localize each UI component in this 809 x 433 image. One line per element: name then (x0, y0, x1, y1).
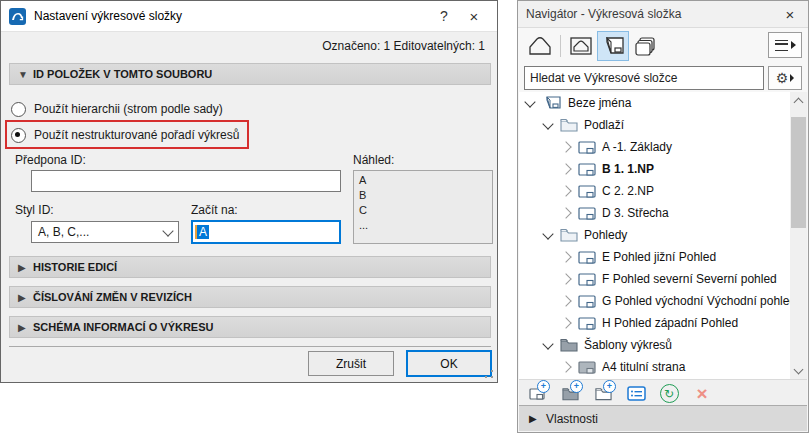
tree-item-layout-current[interactable]: B 1. 1.NP (519, 158, 807, 180)
id-style-dropdown[interactable]: A, B, C,... (31, 221, 179, 243)
tree-item-label: F Pohled severní Severní pohled (602, 272, 777, 286)
scroll-down-button[interactable] (790, 362, 807, 379)
add-layout-button[interactable]: + (525, 383, 549, 405)
tree-item-master-folder[interactable]: Šablony výkresů (519, 334, 807, 356)
properties-section-header[interactable]: ▶ Vlastnosti (519, 405, 807, 431)
tree-item-book[interactable]: Beze jména (519, 92, 807, 114)
publisher-icon (634, 37, 656, 56)
prefix-id-input[interactable] (31, 170, 341, 192)
tree-item-layout[interactable]: C 2. 2.NP (519, 180, 807, 202)
dialog-titlebar[interactable]: Nastavení výkresové složky ? × (1, 1, 497, 32)
navigator-bottom-toolbar: + + + (519, 379, 807, 407)
selection-status: Označeno: 1 Editovatelných: 1 (322, 39, 485, 53)
delete-icon: × (696, 384, 707, 403)
layout-tree: Beze jména Podlaží A -1. Základy (519, 92, 807, 379)
arrow-right-icon (790, 74, 794, 82)
drawing-settings-button[interactable] (624, 383, 648, 405)
start-at-input[interactable]: A (191, 220, 341, 244)
radio-use-hierarchy[interactable]: Použít hierarchii (strom podle sady) (11, 100, 223, 118)
layout-icon (578, 295, 596, 308)
chevron-collapsed-icon[interactable] (560, 317, 571, 328)
close-button[interactable]: × (459, 5, 489, 27)
prefix-id-label: Předpona ID: (15, 153, 86, 167)
start-at-label: Začít na: (191, 203, 238, 217)
tree-item-label: Pohledy (584, 228, 627, 242)
tree-item-folder[interactable]: Pohledy (519, 224, 807, 246)
plus-badge-icon: + (603, 380, 616, 393)
chevron-expanded-icon[interactable] (524, 96, 535, 107)
layout-book-icon (601, 37, 625, 56)
chevron-expanded-icon[interactable] (542, 228, 553, 239)
search-input[interactable] (524, 66, 764, 90)
scroll-up-button[interactable] (790, 92, 807, 109)
layout-book-button[interactable] (597, 31, 629, 61)
master-folder-icon (560, 338, 578, 352)
search-settings-button[interactable]: ⚙ (768, 66, 802, 90)
view-map-button[interactable] (565, 31, 597, 61)
chevron-collapsed-icon[interactable] (560, 361, 571, 372)
chevron-collapsed-icon[interactable] (560, 141, 571, 152)
chevron-collapsed-icon[interactable] (560, 185, 571, 196)
update-button[interactable]: ↻ (657, 383, 681, 405)
project-map-button[interactable] (524, 31, 556, 61)
layout-icon (578, 207, 596, 220)
tree-item-master-layout[interactable]: A4 titulní strana (519, 356, 807, 378)
tree-item-layout[interactable]: A -1. Základy (519, 136, 807, 158)
panel-menu-button[interactable] (768, 32, 802, 58)
navigator-title: Navigátor - Výkresová složka (526, 7, 780, 21)
resize-grip[interactable] (484, 369, 494, 379)
delete-button[interactable]: × (690, 383, 714, 405)
section-scheme-header[interactable]: ▶ SCHÉMA INFORMACÍ O VÝKRESU (9, 316, 491, 338)
layout-icon (578, 273, 596, 286)
section-revisions-header[interactable]: ▶ ČÍSLOVÁNÍ ZMĚN V REVIZÍCH (9, 286, 491, 308)
dropdown-value: A, B, C,... (38, 225, 164, 239)
chevron-expanded-icon[interactable] (542, 118, 553, 129)
tree-item-layout[interactable]: E Pohled jižní Pohled (519, 246, 807, 268)
toolbar-separator (560, 35, 561, 57)
arrow-right-icon (791, 41, 796, 49)
preview-item: A (359, 173, 487, 188)
radio-icon[interactable] (11, 102, 26, 117)
chevron-expanded-icon[interactable] (542, 338, 553, 349)
tree-scrollbar[interactable] (790, 92, 807, 379)
archicad-logo-icon (9, 8, 26, 25)
triangle-right-icon: ▶ (529, 413, 537, 424)
section-id-items-header[interactable]: ▼ ID POLOŽEK V TOMTO SOUBORU (9, 63, 491, 85)
tree-item-folder[interactable]: Podlaží (519, 114, 807, 136)
tree-item-label: D 3. Střecha (602, 206, 669, 220)
chevron-collapsed-icon[interactable] (560, 295, 571, 306)
scrollbar-thumb[interactable] (791, 117, 806, 228)
layout-icon (578, 251, 596, 264)
section-label: HISTORIE EDICÍ (33, 261, 117, 273)
add-folder-button[interactable]: + (591, 383, 615, 405)
section-label: SCHÉMA INFORMACÍ O VÝKRESU (33, 321, 214, 333)
folder-icon (560, 118, 578, 132)
tree-item-layout[interactable]: H Pohled západní Pohled (519, 312, 807, 334)
tree-item-layout[interactable]: D 3. Střecha (519, 202, 807, 224)
project-map-icon (529, 37, 551, 55)
search-row: ⚙ (518, 64, 808, 92)
add-subset-button[interactable]: + (558, 383, 582, 405)
update-icon: ↻ (660, 384, 679, 403)
tree-item-layout[interactable]: G Pohled východní Východní pohled (519, 290, 807, 312)
section-history-header[interactable]: ▶ HISTORIE EDICÍ (9, 256, 491, 278)
cancel-button[interactable]: Zrušit (308, 351, 394, 376)
chevron-down-icon (794, 364, 804, 374)
chevron-up-icon (794, 97, 804, 107)
desktop: Nastavení výkresové složky ? × Označeno:… (0, 0, 809, 433)
id-style-label: Styl ID: (15, 203, 54, 217)
help-button[interactable]: ? (429, 5, 459, 27)
chevron-collapsed-icon[interactable] (560, 163, 571, 174)
chevron-collapsed-icon[interactable] (560, 251, 571, 262)
ok-button[interactable]: OK (406, 350, 492, 377)
chevron-collapsed-icon[interactable] (560, 207, 571, 218)
publisher-button[interactable] (629, 31, 661, 61)
hamburger-menu-icon (775, 40, 788, 51)
chevron-collapsed-icon[interactable] (560, 273, 571, 284)
plus-badge-icon: + (570, 380, 583, 393)
tree-item-layout[interactable]: F Pohled severní Severní pohled (519, 268, 807, 290)
id-preview-list: A B C ... (353, 170, 493, 244)
navigator-titlebar[interactable]: Navigátor - Výkresová složka × (518, 1, 808, 28)
gear-icon: ⚙ (776, 71, 789, 85)
close-icon[interactable]: × (780, 3, 800, 25)
